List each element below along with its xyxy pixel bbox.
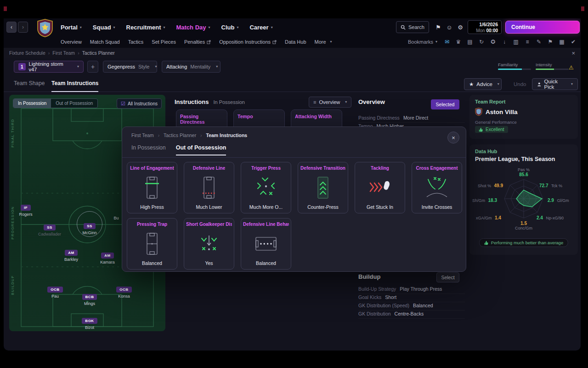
card-cross-engagement[interactable]: Cross Engagement Invite Crosses bbox=[412, 162, 462, 213]
club-crest-small-icon bbox=[475, 108, 482, 116]
player-kamara[interactable]: AM Kamara bbox=[88, 250, 127, 264]
tackling-icon bbox=[367, 176, 393, 200]
tab-team-instructions[interactable]: Team Instructions bbox=[51, 80, 98, 92]
news-icon[interactable]: ≡ bbox=[524, 39, 531, 45]
notes-icon[interactable]: ✎ bbox=[535, 39, 543, 45]
subnav-match-squad[interactable]: Match Squad bbox=[90, 39, 120, 45]
tab-team-shape[interactable]: Team Shape bbox=[14, 80, 45, 86]
subnav-overview[interactable]: Overview bbox=[61, 39, 82, 45]
general-performance-label: General Performance bbox=[475, 120, 517, 125]
player-rogers[interactable]: IF Rogers bbox=[9, 202, 45, 217]
subnav-set-pieces[interactable]: Set Pieces bbox=[152, 39, 176, 45]
breadcrumb-first-team[interactable]: First Team bbox=[52, 50, 75, 56]
modal-crumb-tactics-planner[interactable]: Tactics Planner bbox=[164, 132, 196, 138]
card-tackling[interactable]: Tackling Get Stuck In bbox=[355, 162, 405, 213]
style-dropdown[interactable]: Gegenpress Style bbox=[103, 61, 157, 73]
refresh-icon[interactable]: ↻ bbox=[478, 39, 485, 45]
player-role-badge: AM bbox=[65, 250, 77, 256]
radar-chart: Pas % 85.6 72.7 Tck % 2.9 Gl/Gm 2.4 Np-x… bbox=[469, 165, 578, 236]
overview-row: Passing DirectnessMore Direct bbox=[358, 115, 465, 123]
player-cadwallader[interactable]: SS Cadwallader bbox=[30, 222, 69, 236]
modal-crumb-first-team[interactable]: First Team bbox=[131, 132, 154, 138]
breadcrumb-fixture-schedule[interactable]: Fixture Schedule bbox=[9, 50, 45, 56]
nav-career[interactable]: Career bbox=[249, 24, 272, 31]
forward-button[interactable]: › bbox=[18, 22, 28, 33]
person-icon bbox=[537, 82, 542, 87]
data-hub-panel: Data Hub Premier League, This Season Pas… bbox=[469, 144, 578, 255]
card-defensive-transition[interactable]: Defensive Transition Counter-Press bbox=[298, 162, 348, 213]
card-trigger-press[interactable]: Trigger Press Much More O... bbox=[241, 162, 291, 213]
quick-pick-button[interactable]: Quick Pick bbox=[532, 78, 578, 90]
card-short-goalkeeper-distribution[interactable]: Short Goalkeeper Distr Yes bbox=[184, 218, 234, 270]
modal-breadcrumb: First Team Tactics Planner Team Instruct… bbox=[131, 132, 247, 138]
toggle-in-possession[interactable]: In Possession bbox=[13, 99, 51, 108]
player-role-badge: IF bbox=[21, 205, 31, 211]
modal-tab-in-possession[interactable]: In Possession bbox=[131, 144, 166, 155]
instructions-view-dropdown[interactable]: ≡ Overview bbox=[309, 97, 351, 108]
continue-button[interactable]: Continue bbox=[505, 21, 580, 34]
subnav-data-hub[interactable]: Data Hub bbox=[285, 39, 306, 45]
select-button[interactable]: Select bbox=[436, 272, 459, 282]
tactic-name: Lightning storm v47 bbox=[29, 61, 72, 72]
list-icon: ≡ bbox=[313, 99, 316, 105]
card-line-of-engagement[interactable]: Line of Engagement High Press bbox=[127, 162, 177, 213]
chevron-down-icon bbox=[75, 64, 79, 69]
card-defensive-line[interactable]: Defensive Line Much Lower bbox=[184, 162, 234, 213]
radar-axis-shot: Shot % 49.9 bbox=[477, 183, 504, 188]
subnav-tactics[interactable]: Tactics bbox=[128, 39, 144, 45]
game-date-button[interactable]: 1/6/2026 Mon 00:00 bbox=[468, 20, 502, 34]
assistant-button[interactable]: ☺ bbox=[444, 21, 455, 33]
breadcrumb-tactics-planner[interactable]: Tactics Planner bbox=[82, 50, 115, 56]
modal-crumb-team-instructions: Team Instructions bbox=[206, 132, 248, 138]
club-row[interactable]: Aston Villa bbox=[475, 108, 518, 116]
chevron-down-icon bbox=[343, 99, 347, 105]
subnav-opposition-instructions[interactable]: Opposition Instructions bbox=[219, 39, 277, 45]
back-button[interactable]: ‹ bbox=[6, 22, 17, 33]
player-mcginn[interactable]: SS McGinn bbox=[70, 221, 109, 235]
flags-icon[interactable]: ⚑ bbox=[547, 39, 554, 45]
day-text: Mon bbox=[476, 28, 485, 33]
settings-button[interactable]: ⚙ bbox=[455, 21, 466, 33]
player-mings[interactable]: BCB Mings bbox=[70, 292, 109, 306]
subnav-more[interactable]: More bbox=[315, 39, 332, 45]
nav-squad[interactable]: Squad bbox=[93, 24, 115, 31]
messages-icon[interactable]: ✉ bbox=[443, 39, 451, 45]
undo-button[interactable]: Undo bbox=[509, 78, 531, 90]
toggle-out-of-possession[interactable]: Out of Possession bbox=[51, 99, 97, 108]
modal-tab-out-of-possession[interactable]: Out of Possession bbox=[176, 144, 226, 155]
chevron-down-icon bbox=[153, 64, 157, 69]
nav-portal[interactable]: Portal bbox=[61, 24, 82, 31]
reports-icon[interactable]: ▥ bbox=[512, 39, 520, 45]
search-button[interactable]: Search bbox=[396, 21, 429, 33]
downloads-icon[interactable]: ↓ bbox=[501, 39, 508, 45]
player-bizot[interactable]: BGK Bizot bbox=[70, 316, 109, 330]
all-instructions-button[interactable]: ☑ All Instructions bbox=[117, 98, 162, 109]
player-barkley[interactable]: AM Barkley bbox=[52, 247, 90, 262]
nav-club[interactable]: Club bbox=[221, 24, 239, 31]
player-konsa[interactable]: OCB Konsa bbox=[105, 284, 143, 299]
gk-distribution-icon bbox=[196, 232, 222, 256]
tasks-icon[interactable]: ✔ bbox=[570, 39, 577, 45]
trophy-icon[interactable]: ♛ bbox=[455, 39, 462, 45]
external-link-icon bbox=[207, 40, 211, 44]
nav-recruitment[interactable]: Recruitment bbox=[126, 24, 165, 31]
awards-icon[interactable]: ✪ bbox=[489, 39, 497, 45]
nav-match-day[interactable]: Match Day bbox=[176, 24, 210, 31]
squad-icon[interactable]: ▤ bbox=[466, 39, 474, 45]
card-defensive-line-behaviour[interactable]: Defensive Line Behavio Balanced bbox=[241, 218, 291, 270]
overview-panel-title: Overview bbox=[358, 98, 385, 105]
card-pressing-trap[interactable]: Pressing Trap Balanced bbox=[127, 218, 177, 270]
modal-close-button[interactable]: × bbox=[447, 132, 459, 144]
advice-button[interactable]: ★ Advice bbox=[464, 78, 502, 90]
bookmark-flag-button[interactable]: ⚑ bbox=[433, 21, 444, 33]
calendar-icon[interactable]: ▦ bbox=[558, 39, 565, 45]
subnav-penalties[interactable]: Penalties bbox=[184, 39, 211, 45]
selected-button[interactable]: Selected bbox=[431, 99, 459, 109]
instructions-header: Instructions In Possession bbox=[175, 98, 245, 105]
close-icon[interactable]: × bbox=[571, 50, 575, 57]
add-tactic-button[interactable]: + bbox=[87, 61, 98, 73]
mentality-dropdown[interactable]: Attacking Mentality bbox=[162, 61, 220, 73]
tactic-select-dropdown[interactable]: 1 Lightning storm v47 bbox=[14, 61, 84, 73]
bookmarks-dropdown[interactable]: Bookmarks bbox=[408, 39, 437, 45]
player-pau[interactable]: OCB Pau bbox=[36, 284, 74, 299]
